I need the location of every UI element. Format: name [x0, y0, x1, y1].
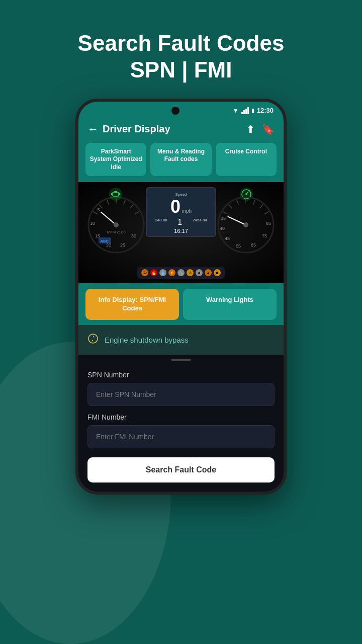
chip-row: ParkSmart System Optimized Idle Menu & R… — [78, 143, 284, 183]
svg-line-43 — [228, 216, 246, 225]
svg-point-44 — [243, 222, 248, 227]
warning-icon-6: ⚠ — [187, 269, 194, 276]
app-title: Driver Display — [103, 123, 170, 135]
svg-text:RPM x100: RPM x100 — [107, 230, 126, 234]
display-time: 16:17 — [150, 228, 212, 234]
speed-details: 240 mi 1 2454 mi — [150, 218, 212, 227]
spn-label: SPN Number — [87, 371, 275, 379]
gear-indicator: 1 — [177, 218, 182, 227]
speed-display: 0 mph — [150, 198, 212, 216]
toggle-row: Info Display: SPN/FMI Codes Warning Ligh… — [78, 283, 284, 325]
handle-bar — [171, 359, 191, 361]
page-title: Search Fault Codes SPN | FMI — [58, 30, 305, 84]
svg-rect-22 — [111, 193, 113, 195]
header-line1: Search Fault Codes — [78, 31, 285, 55]
svg-text:ABC: ABC — [101, 239, 109, 244]
chip-cruise[interactable]: Cruise Control — [216, 143, 277, 177]
svg-line-29 — [223, 212, 227, 214]
warning-icon-3: 💧 — [159, 269, 166, 276]
share-button[interactable]: ⬆ — [246, 123, 255, 135]
warning-icon-7: ● — [196, 269, 203, 276]
svg-line-5 — [124, 200, 125, 205]
app-header-left[interactable]: ← Driver Display — [87, 123, 170, 136]
shutdown-label: Engine shutdown bypass — [105, 336, 189, 344]
chip-menu[interactable]: Menu & Reading Fault codes — [150, 143, 211, 177]
status-time: 12:30 — [257, 107, 274, 114]
svg-marker-46 — [92, 336, 95, 342]
chip-parksmart[interactable]: ParkSmart System Optimized Idle — [85, 143, 146, 177]
svg-line-1 — [93, 212, 98, 214]
warning-icon-4: ⚡ — [168, 269, 175, 276]
svg-line-14 — [101, 212, 116, 225]
svg-text:10: 10 — [90, 221, 95, 226]
svg-line-34 — [260, 205, 263, 209]
svg-line-6 — [130, 205, 133, 209]
warning-icon-9: ■ — [214, 269, 221, 276]
status-icons: ▼ ▮ 12:30 — [233, 107, 274, 114]
svg-rect-23 — [119, 193, 120, 195]
warning-icon-1: ⚙ — [141, 269, 148, 276]
shutdown-row[interactable]: Engine shutdown bypass — [78, 325, 284, 355]
svg-text:55: 55 — [236, 244, 241, 249]
dashboard-area: 5 10 15 20 25 30 RPM x100 ABC — [78, 182, 284, 283]
speed-unit: mph — [182, 208, 192, 214]
odometer2: 2454 mi — [193, 218, 207, 227]
app-header: ← Driver Display ⬆ 🔖 — [78, 118, 284, 143]
svg-text:25: 25 — [120, 243, 125, 248]
wifi-icon: ▼ — [233, 107, 239, 114]
svg-line-31 — [237, 200, 238, 205]
header-line2: SPN | FMI — [130, 57, 232, 82]
status-bar: ▼ ▮ 12:30 — [78, 102, 284, 118]
svg-text:5: 5 — [97, 207, 100, 212]
svg-text:35: 35 — [221, 216, 226, 221]
svg-line-7 — [135, 212, 139, 214]
shutdown-icon — [87, 333, 99, 347]
svg-text:65: 65 — [251, 243, 256, 248]
svg-point-15 — [114, 222, 119, 227]
gauge-right: 35 40 45 55 65 75 85 — [213, 192, 279, 258]
svg-rect-21 — [114, 191, 117, 193]
svg-text:30: 30 — [131, 233, 136, 238]
icon-bar: ⚙ 🔥 💧 ⚡ 🔧 ⚠ ● ▲ ■ — [137, 267, 225, 279]
odometer1: 240 mi — [155, 218, 167, 227]
fmi-input[interactable] — [87, 425, 275, 448]
spn-input[interactable] — [87, 383, 275, 406]
bookmark-button[interactable]: 🔖 — [262, 123, 275, 135]
svg-text:45: 45 — [225, 236, 230, 241]
warning-icon-2: 🔥 — [150, 269, 157, 276]
drag-handle — [78, 355, 284, 363]
toggle-spn-fmi[interactable]: Info Display: SPN/FMI Codes — [85, 289, 179, 320]
notch — [171, 107, 179, 115]
svg-point-45 — [88, 334, 98, 343]
phone-frame: ▼ ▮ 12:30 ← Driver Display ⬆ 🔖 ParkSmart… — [75, 99, 287, 495]
svg-text:85: 85 — [266, 221, 271, 226]
svg-text:40: 40 — [220, 226, 225, 231]
warning-icon-8: ▲ — [205, 269, 212, 276]
form-area: SPN Number FMI Number Search Fault Code — [78, 363, 284, 492]
speed-value: 0 — [170, 196, 180, 217]
svg-line-35 — [264, 212, 269, 214]
app-header-right: ⬆ 🔖 — [246, 123, 275, 135]
warning-icon-5: 🔧 — [177, 269, 185, 276]
svg-line-30 — [229, 205, 232, 209]
fmi-label: FMI Number — [87, 413, 275, 421]
svg-point-19 — [109, 188, 122, 201]
battery-icon: ▮ — [251, 107, 254, 114]
svg-text:75: 75 — [262, 233, 267, 238]
dashboard-bg: 5 10 15 20 25 30 RPM x100 ABC — [78, 182, 284, 283]
back-button[interactable]: ← — [87, 123, 99, 136]
signal-icon — [241, 107, 249, 114]
center-display: Speed 0 mph 240 mi 1 2454 mi 16:17 — [146, 187, 216, 237]
search-button[interactable]: Search Fault Code — [87, 457, 275, 482]
svg-line-33 — [253, 200, 255, 205]
toggle-warning-lights[interactable]: Warning Lights — [183, 289, 277, 320]
indicator-engine-left — [109, 187, 123, 204]
